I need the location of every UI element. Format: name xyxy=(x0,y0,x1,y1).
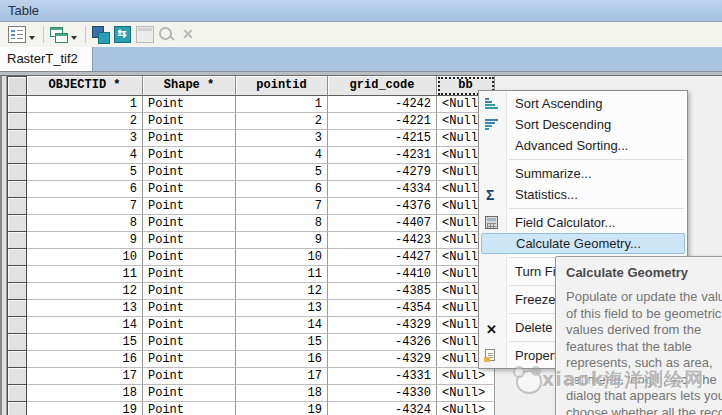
table-cell[interactable]: 9 xyxy=(236,232,328,249)
table-cell[interactable]: 19 xyxy=(27,402,143,415)
table-cell[interactable]: 11 xyxy=(236,266,328,283)
table-cell[interactable]: -4410 xyxy=(328,266,437,283)
table-cell[interactable]: 16 xyxy=(27,351,143,368)
table-cell[interactable]: 1 xyxy=(27,96,143,113)
table-cell[interactable]: 1 xyxy=(236,96,328,113)
row-selector[interactable] xyxy=(7,181,27,198)
table-cell[interactable]: 7 xyxy=(27,198,143,215)
table-cell[interactable]: -4334 xyxy=(328,181,437,198)
row-selector[interactable] xyxy=(7,130,27,147)
table-cell[interactable]: 17 xyxy=(27,368,143,385)
table-cell[interactable]: -4354 xyxy=(328,300,437,317)
table-cell[interactable]: 11 xyxy=(27,266,143,283)
table-cell[interactable]: Point xyxy=(143,385,236,402)
table-cell[interactable]: 10 xyxy=(27,249,143,266)
dropdown-caret-icon[interactable] xyxy=(29,36,35,40)
table-cell[interactable]: 9 xyxy=(27,232,143,249)
row-selector[interactable] xyxy=(7,402,27,415)
row-selector[interactable] xyxy=(7,368,27,385)
table-cell[interactable]: -4330 xyxy=(328,385,437,402)
row-selector[interactable] xyxy=(7,300,27,317)
menu-item-calculate-geometry[interactable]: Calculate Geometry... xyxy=(481,233,685,254)
table-cell[interactable]: 13 xyxy=(236,300,328,317)
column-header-objectid[interactable]: OBJECTID * xyxy=(27,76,143,96)
table-cell[interactable]: 12 xyxy=(27,283,143,300)
table-cell[interactable]: <Null> xyxy=(437,385,495,402)
table-cell[interactable]: Point xyxy=(143,232,236,249)
table-cell[interactable]: 18 xyxy=(236,385,328,402)
table-cell[interactable]: 8 xyxy=(236,215,328,232)
menu-item-advanced-sorting[interactable]: Advanced Sorting... xyxy=(479,135,687,156)
table-options-icon[interactable] xyxy=(8,26,26,43)
table-cell[interactable]: -4279 xyxy=(328,164,437,181)
row-selector[interactable] xyxy=(7,96,27,113)
row-selector[interactable] xyxy=(7,164,27,181)
row-selector[interactable] xyxy=(7,283,27,300)
table-cell[interactable]: -4385 xyxy=(328,283,437,300)
table-cell[interactable]: 2 xyxy=(236,113,328,130)
table-cell[interactable]: 12 xyxy=(236,283,328,300)
table-cell[interactable]: -4324 xyxy=(328,402,437,415)
table-cell[interactable]: Point xyxy=(143,283,236,300)
clear-selection-icon[interactable] xyxy=(114,26,132,43)
table-cell[interactable]: Point xyxy=(143,164,236,181)
table-cell[interactable]: 19 xyxy=(236,402,328,415)
table-cell[interactable]: -4215 xyxy=(328,130,437,147)
menu-item-sort-ascending[interactable]: Sort Ascending xyxy=(479,93,687,114)
table-cell[interactable]: Point xyxy=(143,351,236,368)
table-cell[interactable]: Point xyxy=(143,130,236,147)
table-cell[interactable]: Point xyxy=(143,215,236,232)
row-selector[interactable] xyxy=(7,351,27,368)
table-cell[interactable]: -4231 xyxy=(328,147,437,164)
table-cell[interactable]: 6 xyxy=(27,181,143,198)
table-cell[interactable]: -4407 xyxy=(328,215,437,232)
row-selector[interactable] xyxy=(7,249,27,266)
table-cell[interactable]: Point xyxy=(143,300,236,317)
table-cell[interactable]: 8 xyxy=(27,215,143,232)
row-selector[interactable] xyxy=(7,232,27,249)
column-header-shape[interactable]: Shape * xyxy=(143,76,236,96)
table-cell[interactable]: -4331 xyxy=(328,368,437,385)
table-cell[interactable]: Point xyxy=(143,249,236,266)
row-selector[interactable] xyxy=(7,266,27,283)
table-cell[interactable]: 3 xyxy=(27,130,143,147)
table-cell[interactable]: Point xyxy=(143,113,236,130)
table-window-titlebar[interactable]: Table xyxy=(0,0,722,22)
menu-item-statistics[interactable]: Statistics... xyxy=(479,184,687,205)
table-cell[interactable]: 5 xyxy=(27,164,143,181)
table-cell[interactable]: 6 xyxy=(236,181,328,198)
dropdown-caret-icon[interactable] xyxy=(71,36,77,40)
table-cell[interactable]: Point xyxy=(143,368,236,385)
table-cell[interactable]: -4427 xyxy=(328,249,437,266)
table-cell[interactable]: 2 xyxy=(27,113,143,130)
row-selector[interactable] xyxy=(7,113,27,130)
table-cell[interactable]: -4423 xyxy=(328,232,437,249)
table-cell[interactable]: Point xyxy=(143,317,236,334)
table-cell[interactable]: Point xyxy=(143,181,236,198)
table-cell[interactable]: 13 xyxy=(27,300,143,317)
table-cell[interactable]: Point xyxy=(143,266,236,283)
row-selector[interactable] xyxy=(7,215,27,232)
row-selector[interactable] xyxy=(7,385,27,402)
table-cell[interactable]: Point xyxy=(143,402,236,415)
table-cell[interactable]: 17 xyxy=(236,368,328,385)
table-cell[interactable]: 15 xyxy=(236,334,328,351)
table-cell[interactable]: Point xyxy=(143,334,236,351)
table-cell[interactable]: 7 xyxy=(236,198,328,215)
table-cell[interactable]: 10 xyxy=(236,249,328,266)
table-cell[interactable]: -4326 xyxy=(328,334,437,351)
table-cell[interactable]: 14 xyxy=(236,317,328,334)
table-cell[interactable]: 5 xyxy=(236,164,328,181)
table-cell[interactable]: -4376 xyxy=(328,198,437,215)
table-cell[interactable]: <Null> xyxy=(437,402,495,415)
table-cell[interactable]: 4 xyxy=(236,147,328,164)
menu-item-field-calculator[interactable]: Field Calculator... xyxy=(479,212,687,233)
row-selector[interactable] xyxy=(7,317,27,334)
table-cell[interactable]: Point xyxy=(143,96,236,113)
row-selector[interactable] xyxy=(7,147,27,164)
table-cell[interactable]: -4221 xyxy=(328,113,437,130)
table-cell[interactable]: Point xyxy=(143,198,236,215)
table-cell[interactable]: 4 xyxy=(27,147,143,164)
menu-item-sort-descending[interactable]: Sort Descending xyxy=(479,114,687,135)
table-cell[interactable]: 16 xyxy=(236,351,328,368)
